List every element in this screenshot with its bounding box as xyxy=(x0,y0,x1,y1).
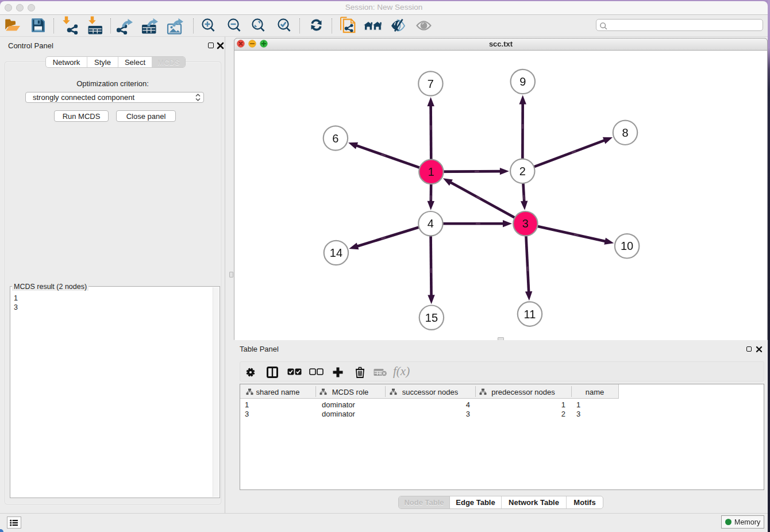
svg-text:2: 2 xyxy=(519,165,526,178)
svg-text:11: 11 xyxy=(524,308,536,321)
svg-text:6: 6 xyxy=(332,132,338,145)
svg-text:8: 8 xyxy=(622,126,628,139)
svg-text:3: 3 xyxy=(522,217,529,230)
svg-text:10: 10 xyxy=(621,240,633,252)
svg-text:14: 14 xyxy=(330,246,342,259)
svg-text:7: 7 xyxy=(428,78,434,90)
svg-text:9: 9 xyxy=(519,75,526,88)
svg-text:15: 15 xyxy=(425,311,438,324)
svg-text:1: 1 xyxy=(428,165,434,178)
svg-text:4: 4 xyxy=(428,217,434,230)
